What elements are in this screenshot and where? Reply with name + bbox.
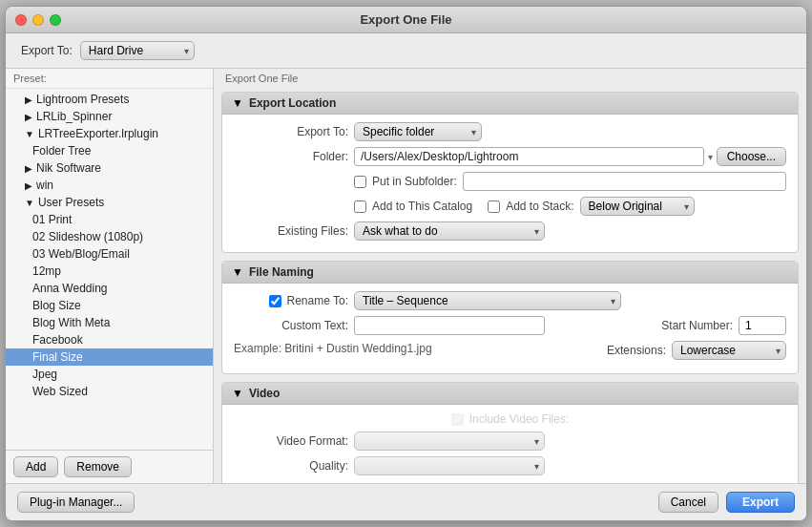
export-to-row: Export To: Specific folder Desktop Docum… xyxy=(234,122,786,141)
rename-to-label: Rename To: xyxy=(287,294,348,307)
start-number-input[interactable] xyxy=(739,316,786,335)
arrow-icon: ▶ xyxy=(25,95,32,105)
collapse-icon: ▼ xyxy=(232,265,243,279)
stack-position-select[interactable]: Below Original Above Original xyxy=(580,197,695,216)
rename-to-checkbox[interactable] xyxy=(269,295,281,307)
arrow-icon: ▶ xyxy=(25,180,32,191)
sidebar-item-nik-software[interactable]: ▶Nik Software xyxy=(6,159,213,177)
subfolder-row: Put in Subfolder: xyxy=(354,172,786,191)
sidebar-item-user-presets[interactable]: ▼User Presets xyxy=(6,194,213,211)
stack-position-select-wrapper[interactable]: Below Original Above Original xyxy=(580,197,695,216)
cancel-button[interactable]: Cancel xyxy=(658,492,718,513)
catalog-stack-row: Add to This Catalog Add to Stack: Below … xyxy=(354,197,786,216)
sidebar-item-facebook[interactable]: Facebook xyxy=(6,331,213,348)
sidebar-item-win[interactable]: ▶win xyxy=(6,177,213,194)
sidebar-item-blog-with-meta[interactable]: Blog With Meta xyxy=(6,314,213,331)
subfolder-input[interactable] xyxy=(463,172,786,191)
video-header[interactable]: ▼ Video xyxy=(222,383,798,405)
start-number-group: Start Number: xyxy=(661,316,786,335)
quality-label: Quality: xyxy=(234,459,348,473)
add-to-catalog-group: Add to This Catalog xyxy=(354,200,472,213)
sidebar-item-folder-tree[interactable]: Folder Tree xyxy=(6,142,213,159)
sidebar-item-jpeg[interactable]: Jpeg xyxy=(6,366,213,383)
add-to-catalog-checkbox[interactable] xyxy=(354,200,366,213)
extensions-label: Extensions: xyxy=(607,344,666,357)
video-body: Include Video Files: Video Format: Quali… xyxy=(222,405,798,483)
main-window: Export One File Export To: Hard Drive Em… xyxy=(5,6,807,521)
video-format-row: Video Format: xyxy=(234,432,786,451)
put-in-subfolder-label: Put in Subfolder: xyxy=(372,175,457,188)
arrow-icon: ▼ xyxy=(25,198,34,208)
sidebar-item-lrtree[interactable]: ▼LRTreeExporter.lrplugin xyxy=(6,125,213,142)
put-in-subfolder-checkbox[interactable] xyxy=(354,176,366,188)
sidebar-item-anna-wedding[interactable]: Anna Wedding xyxy=(6,280,213,297)
close-button[interactable] xyxy=(15,14,27,26)
rename-to-select[interactable]: Title – Sequence Filename Custom Name Da… xyxy=(354,291,621,310)
export-to-select-wrapper[interactable]: Hard Drive Email CD/DVD xyxy=(80,41,195,60)
add-to-stack-checkbox[interactable] xyxy=(488,200,500,213)
sidebar-item-final-size[interactable]: Final Size xyxy=(6,348,213,366)
existing-files-row: Existing Files: Ask what to do Choose a … xyxy=(234,221,786,241)
file-naming-body: Rename To: Title – Sequence Filename Cus… xyxy=(222,284,798,373)
remove-preset-button[interactable]: Remove xyxy=(64,456,132,477)
folder-path-text: /Users/Alex/Desktop/Lightroom xyxy=(354,147,704,166)
include-video-checkbox[interactable] xyxy=(451,413,464,426)
video-format-select-wrapper[interactable] xyxy=(354,432,545,451)
window-title: Export One File xyxy=(360,12,451,27)
custom-text-label: Custom Text: xyxy=(234,319,348,332)
extensions-group: Extensions: Lowercase Uppercase xyxy=(607,341,786,360)
folder-row: Folder: /Users/Alex/Desktop/Lightroom ▾ … xyxy=(234,147,786,166)
export-to-field-label: Export To: xyxy=(234,125,348,138)
quality-select[interactable] xyxy=(354,456,545,475)
sidebar-item-03-web[interactable]: 03 Web/Blog/Email xyxy=(6,245,213,263)
preset-list: ▶Lightroom Presets ▶LRLib_Spinner ▼LRTre… xyxy=(6,89,213,450)
plugin-manager-button[interactable]: Plug-in Manager... xyxy=(17,492,135,513)
sidebar: Preset: ▶Lightroom Presets ▶LRLib_Spinne… xyxy=(6,69,214,483)
rename-to-select-wrapper[interactable]: Title – Sequence Filename Custom Name Da… xyxy=(354,291,621,310)
collapse-icon: ▼ xyxy=(232,96,243,110)
extensions-select[interactable]: Lowercase Uppercase xyxy=(672,341,786,360)
sidebar-header: Preset: xyxy=(6,69,213,89)
sidebar-item-web-sized[interactable]: Web Sized xyxy=(6,383,213,400)
sidebar-item-lrlib-spinner[interactable]: ▶LRLib_Spinner xyxy=(6,108,213,125)
folder-label: Folder: xyxy=(234,150,348,163)
sidebar-item-01-print[interactable]: 01 Print xyxy=(6,211,213,228)
sidebar-item-blog-size[interactable]: Blog Size xyxy=(6,297,213,314)
minimize-button[interactable] xyxy=(32,14,44,26)
add-preset-button[interactable]: Add xyxy=(13,456,58,477)
example-text: Example: Britini + Dustin Wedding1.jpg xyxy=(234,342,432,355)
include-video-label: Include Video Files: xyxy=(469,412,570,426)
sidebar-item-02-slideshow[interactable]: 02 Slideshow (1080p) xyxy=(6,228,213,245)
sidebar-item-lightroom-presets[interactable]: ▶Lightroom Presets xyxy=(6,91,213,108)
panel-header: Export One File xyxy=(214,69,806,88)
file-naming-header[interactable]: ▼ File Naming xyxy=(222,262,798,284)
custom-text-input[interactable] xyxy=(354,316,545,335)
video-format-select[interactable] xyxy=(354,432,545,451)
export-location-header[interactable]: ▼ Export Location xyxy=(222,93,798,115)
maximize-button[interactable] xyxy=(50,14,61,26)
specific-folder-select-wrapper[interactable]: Specific folder Desktop Documents Home f… xyxy=(354,122,482,141)
existing-files-select[interactable]: Ask what to do Choose a new name Overwri… xyxy=(354,221,545,241)
specific-folder-select[interactable]: Specific folder Desktop Documents Home f… xyxy=(354,122,482,141)
include-video-row: Include Video Files: xyxy=(234,412,786,426)
sidebar-item-12mp[interactable]: 12mp xyxy=(6,263,213,280)
add-to-catalog-label: Add to This Catalog xyxy=(372,200,472,213)
extensions-select-wrapper[interactable]: Lowercase Uppercase xyxy=(672,341,786,360)
quality-row: Quality: xyxy=(234,456,786,475)
export-to-select[interactable]: Hard Drive Email CD/DVD xyxy=(80,41,195,60)
bottom-bar: Plug-in Manager... Cancel Export xyxy=(6,483,806,520)
rename-to-row: Rename To: Title – Sequence Filename Cus… xyxy=(234,291,786,310)
export-location-body: Export To: Specific folder Desktop Docum… xyxy=(222,115,798,252)
example-extensions-row: Example: Britini + Dustin Wedding1.jpg E… xyxy=(234,341,786,360)
export-button[interactable]: Export xyxy=(726,492,795,513)
existing-files-select-wrapper[interactable]: Ask what to do Choose a new name Overwri… xyxy=(354,221,545,241)
custom-text-group: Custom Text: xyxy=(234,316,545,335)
choose-folder-button[interactable]: Choose... xyxy=(717,147,786,166)
video-section: ▼ Video Include Video Files: Video Forma… xyxy=(221,382,799,483)
right-panel: Export One File ▼ Export Location Export… xyxy=(214,69,806,483)
add-to-stack-group: Add to Stack: Below Original Above Origi… xyxy=(488,197,694,216)
quality-select-wrapper[interactable] xyxy=(354,456,545,475)
file-naming-title: File Naming xyxy=(249,265,314,279)
add-to-stack-label: Add to Stack: xyxy=(506,200,573,213)
folder-dropdown-icon: ▾ xyxy=(708,152,713,162)
